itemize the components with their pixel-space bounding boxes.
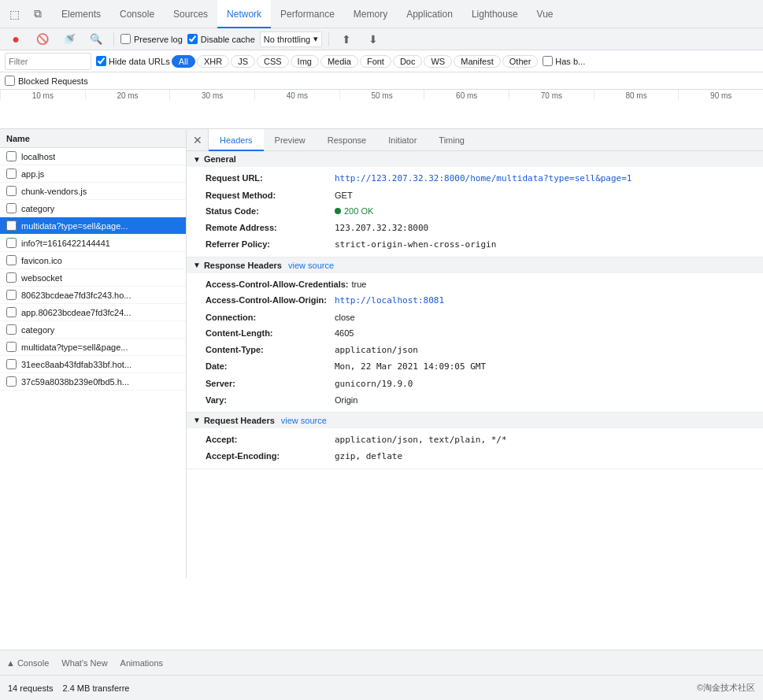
req-accept-encoding-row: Accept-Encoding: gzip, deflate: [187, 448, 763, 465]
record-button[interactable]: ●: [5, 28, 27, 50]
network-item-checkbox-4[interactable]: [6, 220, 17, 231]
throttle-select[interactable]: No throttling ▾: [260, 31, 322, 47]
filter-chip-css[interactable]: CSS: [257, 55, 289, 68]
filter-input[interactable]: [5, 53, 91, 70]
clear-button[interactable]: 🚿: [58, 28, 80, 50]
network-item-checkbox-8[interactable]: [6, 290, 17, 300]
general-remote-address-row: Remote Address: 123.207.32.32:8000: [187, 220, 763, 237]
referrer-policy-val: strict-origin-when-cross-origin: [335, 239, 496, 252]
network-item-hash1[interactable]: 80623bcdeae7fd3fc243.ho...: [0, 287, 186, 304]
network-item-multidata[interactable]: multidata?type=sell&page...: [0, 217, 186, 235]
network-item-checkbox-10[interactable]: [6, 324, 17, 335]
tab-memory[interactable]: Memory: [344, 0, 397, 28]
network-item-checkbox-13[interactable]: [6, 376, 17, 387]
response-headers-view-source[interactable]: view source: [288, 261, 334, 270]
separator-1: [113, 32, 114, 46]
tab-network[interactable]: Network: [217, 0, 271, 28]
hide-data-urls-input[interactable]: [96, 56, 106, 66]
tab-performance[interactable]: Performance: [271, 0, 344, 28]
stop-record-button[interactable]: 🚫: [31, 28, 54, 50]
network-item-name-7: websocket: [21, 273, 62, 283]
device-icon[interactable]: ⧉: [27, 3, 49, 25]
bottom-bar-animations[interactable]: Animations: [120, 658, 163, 668]
network-item-checkbox-11[interactable]: [6, 342, 17, 352]
network-item-app-hash[interactable]: app.80623bcdeae7fd3fc24...: [0, 304, 186, 321]
network-item-category[interactable]: category: [0, 200, 186, 217]
upload-icon[interactable]: ⬆: [335, 28, 357, 50]
hide-data-urls-checkbox[interactable]: Hide data URLs: [96, 56, 170, 66]
network-item-checkbox-0[interactable]: [6, 151, 17, 161]
details-tab-timing[interactable]: Timing: [428, 129, 476, 151]
network-item-checkbox-1[interactable]: [6, 169, 17, 179]
request-headers-section-header[interactable]: ▼ Request Headers view source: [187, 413, 763, 428]
network-item-hot2[interactable]: 37c59a8038b239e0fbd5.h...: [0, 373, 186, 391]
network-item-info[interactable]: info?t=1616422144441: [0, 235, 186, 252]
inspect-icon[interactable]: ⬚: [3, 3, 25, 25]
response-headers-arrow-icon: ▼: [193, 261, 201, 269]
response-headers-section-header[interactable]: ▼ Response Headers view source: [187, 257, 763, 273]
filter-chip-other[interactable]: Other: [502, 55, 539, 68]
resp-server-row: Server: gunicorn/19.9.0: [187, 376, 763, 393]
date-key: Date:: [206, 360, 331, 373]
network-item-category2[interactable]: category: [0, 321, 186, 339]
tab-console[interactable]: Console: [110, 0, 164, 28]
filter-chip-js[interactable]: JS: [231, 55, 255, 68]
server-key: Server:: [206, 377, 331, 391]
network-item-checkbox-12[interactable]: [6, 359, 17, 369]
network-item-favicon[interactable]: favicon.ico: [0, 252, 186, 269]
filter-chip-img[interactable]: Img: [291, 55, 319, 68]
filter-chip-ws[interactable]: WS: [424, 55, 452, 68]
network-item-name-5: info?t=1616422144441: [21, 239, 110, 248]
tab-sources[interactable]: Sources: [164, 0, 217, 28]
details-tab-headers[interactable]: Headers: [209, 129, 264, 151]
filter-chip-font[interactable]: Font: [360, 55, 391, 68]
preserve-log-checkbox[interactable]: Preserve log: [120, 34, 183, 44]
network-item-hot1[interactable]: 31eec8aab43fdfab33bf.hot...: [0, 356, 186, 373]
tab-application[interactable]: Application: [397, 0, 462, 28]
accept-key: Accept:: [206, 433, 331, 446]
filter-chip-manifest[interactable]: Manifest: [454, 55, 501, 68]
network-item-checkbox-3[interactable]: [6, 203, 17, 213]
tab-elements[interactable]: Elements: [52, 0, 110, 28]
download-icon[interactable]: ⬇: [362, 28, 384, 50]
details-tab-preview[interactable]: Preview: [264, 129, 317, 151]
disable-cache-label: Disable cache: [201, 35, 255, 44]
request-headers-title: Request Headers: [204, 416, 275, 425]
network-item-localhost[interactable]: localhost: [0, 148, 186, 165]
general-section-header[interactable]: ▼ General: [187, 151, 763, 167]
network-item-chunk-vendors[interactable]: chunk-vendors.js: [0, 183, 186, 200]
disable-cache-checkbox[interactable]: Disable cache: [187, 34, 255, 44]
network-item-checkbox-5[interactable]: [6, 238, 17, 248]
network-item-checkbox-7[interactable]: [6, 272, 17, 283]
details-tab-response[interactable]: Response: [317, 129, 378, 151]
bottom-whatsnew-label: What's New: [61, 658, 107, 668]
has-blocked-input[interactable]: [543, 56, 553, 66]
network-item-name-11: multidata?type=sell&page...: [21, 343, 128, 352]
preserve-log-input[interactable]: [120, 34, 131, 44]
close-details-button[interactable]: ✕: [187, 129, 209, 151]
connection-key: Connection:: [206, 311, 331, 324]
bottom-bar-whatsnew[interactable]: What's New: [61, 658, 107, 668]
network-item-checkbox-9[interactable]: [6, 307, 17, 317]
tab-lighthouse[interactable]: Lighthouse: [462, 0, 528, 28]
details-tab-initiator[interactable]: Initiator: [377, 129, 428, 151]
network-item-multidata2[interactable]: multidata?type=sell&page...: [0, 339, 186, 356]
blocked-requests-checkbox[interactable]: [5, 76, 15, 86]
request-method-key: Request Method:: [206, 189, 331, 202]
network-item-appjs[interactable]: app.js: [0, 165, 186, 183]
network-item-checkbox-2[interactable]: [6, 186, 17, 196]
tab-vue[interactable]: Vue: [528, 0, 563, 28]
has-blocked-checkbox[interactable]: Has b...: [543, 56, 585, 66]
separator-2: [328, 32, 329, 46]
network-item-checkbox-6[interactable]: [6, 255, 17, 265]
disable-cache-input[interactable]: [187, 34, 198, 44]
general-request-method-row: Request Method: GET: [187, 187, 763, 204]
request-headers-view-source[interactable]: view source: [281, 416, 327, 425]
bottom-bar-console[interactable]: ▲ Console: [6, 658, 49, 668]
filter-chip-media[interactable]: Media: [320, 55, 358, 68]
filter-chip-all[interactable]: All: [172, 55, 195, 68]
search-button[interactable]: 🔍: [85, 28, 107, 50]
filter-chip-xhr[interactable]: XHR: [197, 55, 229, 68]
network-item-websocket[interactable]: websocket: [0, 269, 186, 287]
filter-chip-doc[interactable]: Doc: [393, 55, 423, 68]
